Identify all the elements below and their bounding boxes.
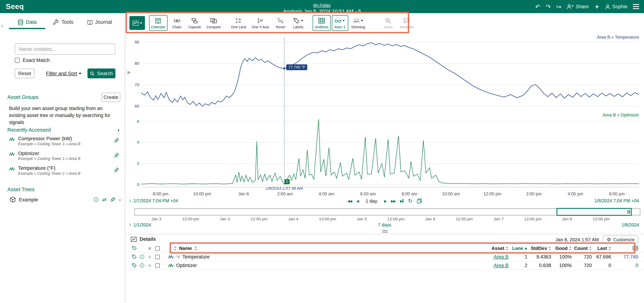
tab-data[interactable]: Data [9,16,45,29]
refresh-icon[interactable]: ↻ [408,198,412,204]
ai-assistant-button[interactable] [594,4,600,9]
caret-down-icon [78,72,82,74]
step-forward-half-button[interactable]: ▶▶ [391,199,396,203]
reset-button[interactable]: Reset [15,68,34,78]
signal-icon [168,263,174,268]
trend-chart[interactable]: Area B » Temperature Area B » Optimizer … [125,33,644,197]
signal-name: Optimizer [176,263,197,268]
undo-icon[interactable]: ↶ [535,3,540,9]
toolbar-trend-button[interactable] [129,16,145,30]
asset-tree-item-example[interactable]: Example ⓘ ⇄ › [6,195,124,205]
panel-resize-handle[interactable] [382,230,387,233]
investigate-duration-label[interactable]: 7 days [378,222,391,227]
toolbar-dimming-button[interactable]: Dimming [350,15,367,31]
range-duration-label[interactable]: 1 day [366,198,377,203]
search-button[interactable]: Search [88,68,115,78]
column-header-name[interactable]: Name [168,246,476,251]
chevron-right-icon[interactable]: › [118,127,120,133]
chevron-right-icon[interactable]: › [119,197,121,202]
column-label: Good [555,246,568,251]
pin-icon[interactable] [110,197,116,202]
details-row[interactable]: ⓘ×°FTemperatureArea B19.4363100%72067.69… [125,253,644,261]
exact-match-row[interactable]: Exact Match [15,57,50,63]
tab-journal[interactable]: Journal [81,16,118,29]
cube-icon [10,197,16,203]
column-header-count[interactable]: Count [572,246,592,251]
caret-down-icon [140,22,142,24]
asset-link[interactable]: Area B [494,263,508,268]
toolbar-labels-button[interactable]: Labels [290,15,306,31]
selection-right-handle[interactable] [627,209,631,215]
toolbar-one-lane-button[interactable]: One Lane [229,15,248,31]
pin-icon[interactable] [114,167,119,173]
row-checkbox[interactable] [155,246,160,250]
range-start[interactable]: ↓ 1/7/2024 7:04 PM +04 [129,198,178,203]
exact-match-checkbox[interactable] [15,58,20,63]
remove-icon[interactable]: × [148,254,151,260]
user-menu[interactable]: Sophie [605,4,628,9]
asset-trees-header: Asset Trees [7,186,34,193]
one-lane-icon [236,18,242,24]
customize-button[interactable]: ⚙ Customize [603,235,638,244]
info-icon[interactable]: ⓘ [140,263,144,268]
step-back-half-button[interactable]: ◀◀ [347,199,352,203]
row-checkbox[interactable] [155,255,160,259]
recent-item[interactable]: Compressor Power (kW)Example » Cooling T… [6,134,124,149]
info-icon[interactable]: ⓘ [140,255,144,259]
y-axis-tick: 6 [125,119,139,123]
pin-icon[interactable] [114,138,119,143]
trend-plot[interactable] [125,33,644,197]
breadcrumb-my-folder[interactable]: My Folder [314,3,331,8]
step-forward-button[interactable]: ▶ [384,199,386,203]
column-header-stddev[interactable]: StdDev [528,246,551,251]
item-tag-icon[interactable] [132,254,137,259]
row-checkbox[interactable] [155,263,160,268]
filter-and-sort-link[interactable]: Filter and Sort [46,70,82,76]
lane-cell: 1 [508,254,527,260]
overview-selection[interactable] [556,208,632,216]
toolbar-one-y-axis-button[interactable]: One Y-Axis [250,15,271,31]
create-asset-group-button[interactable]: Create [101,93,120,102]
step-to-end-button[interactable]: ▶ [400,199,404,203]
remove-icon[interactable]: × [148,246,151,251]
remove-icon[interactable]: × [148,263,151,268]
recent-item[interactable]: OptimizerExample » Cooling Tower 1 » Are… [6,149,124,164]
collapse-sidebar-icon[interactable]: ‹ [1,22,3,29]
toolbar-capsule-button[interactable]: Capsule [186,15,203,31]
forward-icon[interactable]: ↪ [556,3,561,9]
column-header-asset[interactable]: Asset [476,246,508,251]
column-header-lane[interactable]: Lane [508,246,527,251]
step-back-button[interactable]: ◀ [356,199,359,203]
recent-item[interactable]: Temperature (°F)Example » Cooling Tower … [6,164,124,179]
name-contains-input[interactable] [15,43,116,54]
range-end[interactable]: 1/8/2024 7:04 PM +04 [594,198,639,203]
toolbar-calendar-button[interactable]: Calendar [149,15,168,31]
toolbar-reset-button[interactable]: Reset [272,15,289,31]
toolbar-gridlines-button[interactable]: Gridlines [312,15,330,31]
investigate-end[interactable]: 1/8/2024 [622,222,639,227]
copy-range-icon[interactable] [417,198,422,203]
toolbar-chain-button[interactable]: Chain [168,15,185,31]
column-header-good[interactable]: Good [551,246,572,251]
column-header-last[interactable]: Last [592,246,611,251]
toolbar-compare-button[interactable]: Compare [204,15,223,31]
details-title: Details [140,236,156,242]
details-row[interactable]: ⓘ×OptimizerArea B20.638100%72000 [125,261,644,270]
pin-icon[interactable] [114,153,119,158]
share-button[interactable]: Share [567,4,589,9]
x-axis-tick: 6:00 pm [609,191,625,196]
swap-icon[interactable]: ⇄ [102,197,106,202]
y-axis-tick: 70 [125,82,139,87]
info-icon[interactable]: ⓘ [94,197,99,202]
toolbar-group: ZoomAnnotate [380,15,416,31]
item-tag-icon[interactable] [132,263,137,268]
investigate-start[interactable]: ↑ 1/1/2024 [129,222,151,227]
tab-tools[interactable]: Tools [45,16,81,29]
series-temperature [141,43,639,106]
toolbar-auto-update-button[interactable]: Auto: 2 [332,15,348,31]
hamburger-menu-icon[interactable] [633,6,639,7]
item-tag-icon[interactable] [132,246,137,251]
asset-link[interactable]: Area B [494,254,508,260]
recent-item-path: Example » Cooling Tower 1 » Area B [18,172,80,176]
redo-icon[interactable]: ↷ [546,3,551,9]
